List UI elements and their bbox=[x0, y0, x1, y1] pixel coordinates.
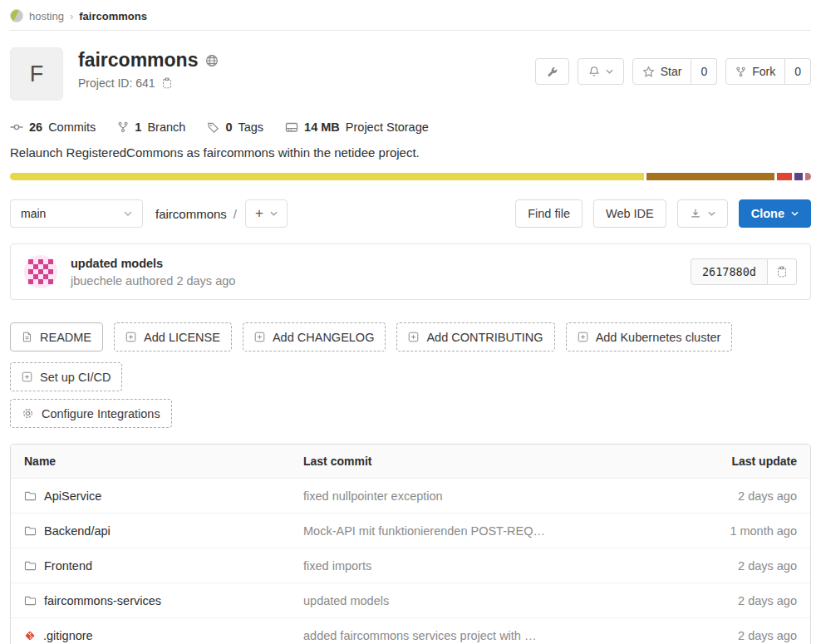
language-segment-red bbox=[777, 173, 792, 180]
language-segment-brown bbox=[646, 173, 774, 180]
star-icon bbox=[642, 66, 655, 78]
committer-avatar bbox=[24, 255, 57, 288]
repo-path-root-link[interactable]: faircommons bbox=[155, 207, 227, 221]
file-name-link[interactable]: Frontend bbox=[44, 559, 92, 573]
file-name-link[interactable]: ApiService bbox=[44, 489, 101, 503]
fork-icon bbox=[735, 66, 746, 77]
chevron-down-icon bbox=[708, 211, 715, 216]
language-bar[interactable] bbox=[10, 173, 811, 180]
language-segment-purple bbox=[794, 173, 803, 180]
doc-icon bbox=[22, 331, 32, 343]
notifications-dropdown-button[interactable] bbox=[578, 58, 624, 85]
last-commit-box: updated models jbuechele authored 2 days… bbox=[10, 243, 811, 300]
web-ide-button[interactable]: Web IDE bbox=[593, 199, 666, 228]
bell-icon bbox=[588, 66, 600, 77]
star-count[interactable]: 0 bbox=[691, 58, 717, 85]
last-update-text: 1 month ago bbox=[669, 524, 810, 538]
action-readme-button[interactable]: README bbox=[10, 322, 103, 351]
file-table-header: Name Last commit Last update bbox=[11, 445, 810, 479]
table-row: .gitignore added faircommons services pr… bbox=[11, 618, 810, 644]
table-row: Frontend fixed imports 2 days ago bbox=[11, 548, 810, 583]
breadcrumb-project-link[interactable]: faircommons bbox=[79, 10, 147, 22]
star-button[interactable]: Star bbox=[632, 58, 692, 85]
folder-icon bbox=[24, 490, 37, 501]
column-header-name: Name bbox=[11, 455, 290, 468]
last-update-text: 2 days ago bbox=[669, 559, 810, 573]
commit-message-link[interactable]: Mock-API mit funktionierenden POST-REQ… bbox=[303, 524, 545, 538]
project-avatar: F bbox=[10, 47, 63, 101]
commit-message-link[interactable]: fixed nullpointer exception bbox=[303, 489, 443, 503]
fork-count[interactable]: 0 bbox=[785, 58, 811, 85]
fork-button[interactable]: Fork bbox=[725, 58, 785, 85]
commit-message-link[interactable]: fixed imports bbox=[303, 559, 371, 573]
download-dropdown-button[interactable] bbox=[677, 199, 728, 228]
file-name-link[interactable]: faircommons-services bbox=[44, 594, 161, 607]
commit-message-link[interactable]: updated models bbox=[303, 594, 389, 607]
folder-icon bbox=[24, 595, 37, 606]
table-row: ApiService fixed nullpointer exception 2… bbox=[11, 479, 810, 514]
commit-title-link[interactable]: updated models bbox=[71, 257, 163, 270]
action-buttons-row-1: READMEAdd LICENSEAdd CHANGELOGAdd CONTRI… bbox=[10, 322, 811, 391]
project-id-label: Project ID: 641 bbox=[78, 76, 155, 90]
file-table: Name Last commit Last update ApiService … bbox=[10, 444, 811, 644]
clipboard-icon bbox=[776, 266, 788, 278]
action-add-changelog-button[interactable]: Add CHANGELOG bbox=[243, 322, 386, 351]
clone-dropdown-button[interactable]: Clone bbox=[739, 199, 811, 228]
action-add-contributing-button[interactable]: Add CONTRIBUTING bbox=[396, 322, 554, 351]
gear-icon bbox=[22, 407, 34, 420]
file-name-link[interactable]: .gitignore bbox=[43, 629, 93, 642]
stat-project-storage[interactable]: 14 MBProject Storage bbox=[285, 120, 429, 134]
last-update-text: 2 days ago bbox=[669, 629, 810, 642]
stat-branch[interactable]: 1Branch bbox=[117, 120, 185, 134]
action-set-up-ci-cd-button[interactable]: Set up CI/CD bbox=[10, 362, 122, 391]
page-title: faircommons bbox=[78, 49, 198, 71]
repo-path: faircommons / bbox=[155, 207, 237, 221]
language-segment-yellow bbox=[10, 173, 644, 180]
storage-icon bbox=[285, 120, 298, 134]
star-button-group: Star 0 bbox=[632, 58, 717, 85]
breadcrumb: hosting › faircommons bbox=[10, 0, 811, 30]
file-name-link[interactable]: Backend/api bbox=[44, 524, 111, 538]
chevron-down-icon bbox=[606, 69, 613, 74]
breadcrumb-group-link[interactable]: hosting bbox=[29, 10, 64, 22]
stat-tags[interactable]: 0Tags bbox=[207, 120, 263, 134]
breadcrumb-separator: › bbox=[70, 10, 73, 22]
action-add-license-button[interactable]: Add LICENSE bbox=[114, 322, 232, 351]
copy-project-id-button[interactable] bbox=[161, 77, 173, 89]
commit-sha-group: 2617880d bbox=[691, 258, 797, 285]
repo-path-separator: / bbox=[234, 207, 237, 221]
project-description: Relaunch RegisteredCommons as faircommon… bbox=[10, 145, 811, 160]
folder-icon bbox=[24, 560, 37, 571]
find-file-button[interactable]: Find file bbox=[515, 199, 583, 228]
action-add-kubernetes-cluster-button[interactable]: Add Kubernetes cluster bbox=[566, 322, 733, 351]
branch-selector[interactable]: main bbox=[10, 199, 143, 228]
chevron-down-icon bbox=[124, 211, 132, 216]
plus-icon: + bbox=[255, 205, 263, 222]
plus-square-icon bbox=[254, 332, 265, 342]
plus-square-icon bbox=[125, 332, 136, 342]
action-configure-integrations-button[interactable]: Configure Integrations bbox=[10, 399, 172, 428]
instance-logo-icon bbox=[10, 9, 23, 22]
plus-square-icon bbox=[408, 332, 419, 342]
admin-wrench-button[interactable] bbox=[535, 58, 569, 85]
branch-icon bbox=[117, 121, 129, 133]
commit-icon bbox=[10, 120, 23, 134]
tag-icon bbox=[207, 121, 219, 134]
language-segment-rose bbox=[805, 173, 811, 180]
add-file-dropdown-button[interactable]: + bbox=[245, 199, 288, 228]
clipboard-icon bbox=[161, 77, 173, 89]
git-icon bbox=[24, 630, 36, 642]
commit-meta: jbuechele authored 2 days ago bbox=[71, 274, 235, 288]
breadcrumb-divider bbox=[10, 30, 811, 31]
copy-sha-button[interactable] bbox=[768, 258, 797, 285]
globe-icon bbox=[205, 54, 219, 67]
stat-commits[interactable]: 26Commits bbox=[10, 120, 96, 134]
plus-square-icon bbox=[578, 332, 588, 342]
last-update-text: 2 days ago bbox=[669, 594, 810, 607]
wrench-icon bbox=[546, 66, 558, 78]
file-navigation: main faircommons / + Find file Web IDE bbox=[10, 199, 811, 228]
commit-message-link[interactable]: added faircommons services project with … bbox=[303, 629, 536, 642]
plus-square-icon bbox=[22, 371, 32, 382]
folder-icon bbox=[24, 525, 37, 536]
clone-label: Clone bbox=[751, 207, 784, 220]
